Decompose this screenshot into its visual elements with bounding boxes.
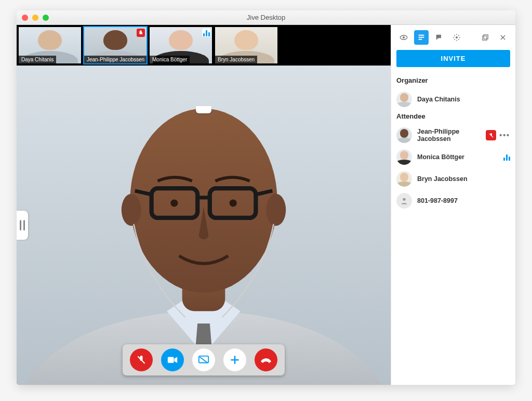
attendee-name: 801-987-8997 [417, 197, 510, 204]
svg-point-15 [403, 36, 405, 38]
svg-point-3 [122, 194, 141, 226]
avatar [396, 171, 412, 187]
thumb-name: Jean-Philippe Jacobssen [84, 56, 147, 63]
participant-thumb[interactable]: Daya Chitanis [18, 26, 82, 64]
collapse-thumbnails-tab[interactable] [196, 106, 211, 113]
attendee-row[interactable]: Monica Böttger [396, 146, 510, 168]
window-title: Jive Desktop [17, 14, 515, 21]
svg-rect-21 [484, 35, 488, 39]
attendee-row[interactable]: 801-987-8997 [396, 190, 510, 212]
chat-tab[interactable] [432, 30, 446, 45]
svg-rect-18 [419, 39, 422, 40]
row-status [503, 153, 510, 161]
popout-button[interactable] [478, 30, 493, 45]
svg-rect-17 [419, 37, 424, 38]
svg-point-10 [170, 199, 178, 206]
app-window: Jive Desktop Daya Chitanis Jean-Philippe… [17, 10, 515, 385]
svg-rect-16 [419, 35, 424, 36]
organizer-name: Daya Chitanis [417, 96, 510, 103]
main-video [17, 66, 391, 385]
thumbnail-row: Daya Chitanis Jean-Philippe Jacobssen Mo… [17, 25, 391, 66]
attendee-name: Bryn Jacobssen [417, 175, 510, 183]
share-screen-button[interactable] [192, 348, 215, 371]
attendee-header: Attendee [396, 112, 510, 120]
camera-button[interactable] [161, 348, 184, 371]
avatar [396, 127, 412, 143]
settings-tab[interactable] [449, 30, 464, 45]
attendee-name: Jean-Philippe Jacobssen [417, 128, 481, 143]
avatar [396, 92, 412, 107]
video-area: Daya Chitanis Jean-Philippe Jacobssen Mo… [17, 25, 391, 385]
thumb-name: Daya Chitanis [19, 56, 56, 63]
attendee-name: Monica Böttger [417, 153, 498, 161]
thumb-name: Bryn Jacobssen [215, 56, 257, 63]
more-icon[interactable]: ••• [499, 132, 510, 139]
participant-thumb[interactable]: Bryn Jacobssen [214, 26, 278, 64]
participants-tab[interactable] [414, 30, 429, 45]
attendee-row[interactable]: Bryn Jacobssen [396, 168, 510, 190]
content: Daya Chitanis Jean-Philippe Jacobssen Mo… [17, 25, 515, 385]
svg-point-11 [230, 199, 237, 206]
organizer-row[interactable]: Daya Chitanis [396, 88, 510, 110]
mute-button[interactable] [130, 348, 153, 371]
svg-rect-12 [168, 357, 174, 363]
participant-thumb[interactable]: Jean-Philippe Jacobssen [83, 26, 148, 64]
participant-thumb[interactable]: Monica Böttger [149, 26, 213, 64]
call-controls [123, 344, 285, 376]
svg-point-19 [456, 36, 458, 38]
attendee-row[interactable]: Jean-Philippe Jacobssen ••• [396, 124, 510, 146]
view-tab[interactable] [396, 30, 411, 45]
speaker-portrait [17, 66, 391, 385]
mic-muted-icon [137, 29, 145, 37]
svg-rect-20 [483, 36, 487, 40]
row-status: ••• [486, 130, 510, 140]
speaking-icon [503, 153, 510, 161]
mic-muted-icon [486, 130, 496, 140]
svg-point-22 [403, 198, 405, 201]
hangup-button[interactable] [255, 348, 277, 371]
phone-avatar-icon [396, 193, 412, 209]
close-panel-button[interactable] [496, 30, 510, 45]
organizer-header: Organizer [396, 76, 510, 84]
avatar [396, 149, 412, 165]
speaking-icon [202, 29, 210, 37]
add-participant-button[interactable] [223, 348, 246, 371]
sidebar-drag-handle[interactable] [17, 211, 28, 240]
svg-point-4 [266, 194, 286, 226]
sidebar-tabs [396, 30, 510, 45]
titlebar: Jive Desktop [17, 10, 515, 25]
thumb-name: Monica Böttger [150, 56, 190, 63]
invite-button[interactable]: INVITE [396, 50, 510, 67]
sidebar: INVITE Organizer Daya Chitanis Attendee … [391, 25, 515, 385]
